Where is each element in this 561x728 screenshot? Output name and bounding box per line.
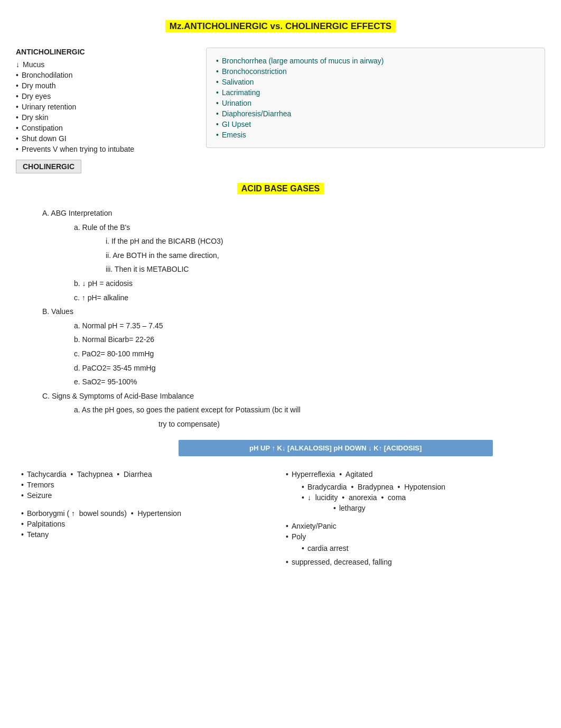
anticholinergic-col: ANTICHOLINERGIC Mucus Bronchodilation Dr… bbox=[16, 48, 195, 173]
ph-bar: pH UP ↑ K↓ [ALKALOSIS] pH DOWN ↓ K↑ [ACI… bbox=[179, 440, 493, 456]
abg-b-b: b. Normal Bicarb= 22-26 bbox=[21, 333, 545, 347]
list-item: Bradycardia • Bradypnea • Hypotension bbox=[302, 482, 540, 492]
abg-a-a-i: i. If the pH and the BICARB (HCO3) bbox=[21, 234, 545, 248]
list-item: Urinary retention bbox=[16, 102, 195, 112]
list-item: Salivation bbox=[216, 77, 535, 87]
list-item: Tachycardia • Tachypnea • Diarrhea bbox=[21, 469, 275, 480]
abg-c-a2: try to compensate) bbox=[21, 417, 545, 431]
abg-a-b: b. ↓ pH = acidosis bbox=[21, 277, 545, 291]
anticholinergic-header: ANTICHOLINERGIC bbox=[16, 48, 195, 56]
page-title: Mz.ANTICHOLINERGIC vs. CHOLINERGIC EFFEC… bbox=[16, 21, 545, 32]
acidosis-right-list: Anxiety/Panic Poly bbox=[286, 521, 540, 542]
list-item: Lacrimating bbox=[216, 87, 535, 98]
acid-base-section: ACID BASE GASES A. ABG Interpretation a.… bbox=[16, 184, 545, 570]
list-item: Dry eyes bbox=[16, 91, 195, 102]
list-item: cardia arrest bbox=[302, 543, 540, 554]
list-item: Dry mouth bbox=[16, 80, 195, 91]
ph-bar-container: pH UP ↑ K↓ [ALKALOSIS] pH DOWN ↓ K↑ [ACI… bbox=[21, 436, 545, 460]
list-item: Palpitations bbox=[21, 519, 275, 529]
list-item: Dry skin bbox=[16, 112, 195, 123]
abg-a-label: A. ABG Interpretation bbox=[21, 206, 545, 220]
list-item: Emesis bbox=[216, 130, 535, 140]
abg-a-c: c. ↑ pH= alkaline bbox=[21, 291, 545, 305]
abg-b-e: e. SaO2= 95-100% bbox=[21, 375, 545, 389]
alkalosis-left-list: Tachycardia • Tachypnea • Diarrhea Tremo… bbox=[21, 469, 275, 501]
anticholinergic-list: Mucus Bronchodilation Dry mouth Dry eyes… bbox=[16, 59, 195, 154]
abg-a-a: a. Rule of the B's bbox=[21, 220, 545, 235]
abg-b-d: d. PaCO2= 35-45 mmHg bbox=[21, 361, 545, 375]
abg-content: A. ABG Interpretation a. Rule of the B's… bbox=[16, 206, 545, 460]
cholinergic-list: Bronchorrhea (large amounts of mucus in … bbox=[216, 56, 535, 140]
anticholinergic-cholinergic-section: ANTICHOLINERGIC Mucus Bronchodilation Dr… bbox=[16, 48, 545, 173]
alkalosis-left-col: Tachycardia • Tachypnea • Diarrhea Tremo… bbox=[16, 466, 280, 570]
acid-base-title: ACID BASE GASES bbox=[16, 184, 545, 193]
list-item: Urination bbox=[216, 98, 535, 108]
acidosis-left-list: Borborygmi ( ↑ bowel sounds) • Hypertens… bbox=[21, 508, 275, 540]
list-item: ↓ lucidity • anorexia • coma bbox=[302, 492, 540, 503]
acidosis-right3: suppressed, decreased, falling bbox=[286, 557, 540, 567]
list-item: Shut down GI bbox=[16, 133, 195, 144]
list-item: Diaphoresis/Diarrhea bbox=[216, 108, 535, 119]
abg-a-a-iii: iii. Then it is METABOLIC bbox=[21, 262, 545, 277]
alkalosis-right-col: Hyperreflexia • Agitated Bradycardia • B… bbox=[280, 466, 545, 570]
list-item: suppressed, decreased, falling bbox=[286, 557, 529, 567]
list-item: Mucus bbox=[16, 59, 195, 70]
list-item: Hyperreflexia • Agitated bbox=[286, 469, 540, 480]
abg-c-label: C. Signs & Symptoms of Acid-Base Imbalan… bbox=[21, 389, 545, 403]
symptom-table: Tachycardia • Tachypnea • Diarrhea Tremo… bbox=[16, 466, 545, 570]
list-item: Constipation bbox=[16, 123, 195, 133]
abg-c-a: a. As the pH goes, so goes the patient e… bbox=[21, 403, 545, 417]
list-item: Seizure bbox=[21, 490, 275, 501]
cholinergic-col: Bronchorrhea (large amounts of mucus in … bbox=[206, 48, 545, 148]
list-item: Anxiety/Panic bbox=[286, 521, 540, 531]
list-item: lethargy bbox=[302, 503, 540, 513]
cholinergic-label: CHOLINERGIC bbox=[16, 160, 81, 173]
list-item: Bronchoconstriction bbox=[216, 66, 535, 77]
list-item: Poly bbox=[286, 531, 540, 542]
alkalosis-right-list: Hyperreflexia • Agitated bbox=[286, 469, 540, 480]
abg-a-a-ii: ii. Are BOTH in the same direction, bbox=[21, 248, 545, 263]
abg-b-c: c. PaO2= 80-100 mmHg bbox=[21, 347, 545, 361]
list-item: Bronchodilation bbox=[16, 70, 195, 80]
list-item: Tremors bbox=[21, 480, 275, 490]
list-item: Borborygmi ( ↑ bowel sounds) • Hypertens… bbox=[21, 508, 275, 519]
abg-b-label: B. Values bbox=[21, 305, 545, 319]
list-item: Tetany bbox=[21, 529, 275, 540]
list-item: GI Upset bbox=[216, 119, 535, 130]
list-item: Prevents V when trying to intubate bbox=[16, 144, 195, 154]
acidosis-right2-list: cardia arrest bbox=[286, 543, 540, 554]
list-item: Bronchorrhea (large amounts of mucus in … bbox=[216, 56, 535, 66]
abg-b-a: a. Normal pH = 7.35 – 7.45 bbox=[21, 319, 545, 333]
alkalosis-right2-list: Bradycardia • Bradypnea • Hypotension ↓ … bbox=[286, 482, 540, 513]
